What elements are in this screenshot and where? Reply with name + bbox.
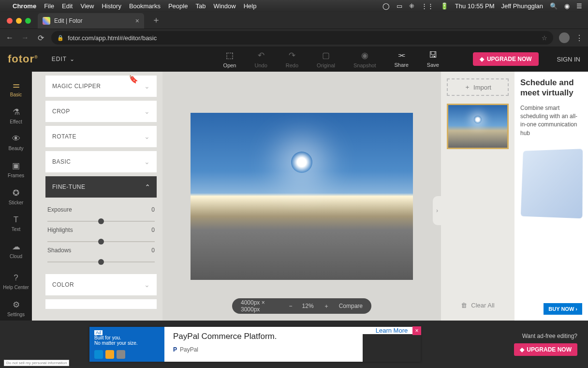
snapshot-icon: ◉ bbox=[361, 50, 368, 61]
learn-more-link[interactable]: Learn More bbox=[363, 327, 421, 334]
zoom-controls: 4000px × 3000px − 12% ＋ Compare bbox=[232, 298, 371, 314]
accordion-next[interactable] bbox=[45, 299, 157, 309]
expand-right-handle[interactable]: › bbox=[433, 196, 441, 225]
slider-thumb[interactable] bbox=[98, 259, 104, 265]
accordion-label: CROP bbox=[52, 108, 70, 115]
rail-help[interactable]: ?Help Center bbox=[0, 270, 32, 293]
bluetooth-icon[interactable]: ⁜ bbox=[409, 2, 414, 10]
slider-label: Highlights bbox=[47, 227, 73, 233]
undo-button[interactable]: ↶Undo bbox=[255, 50, 267, 68]
slider-thumb[interactable] bbox=[98, 239, 104, 245]
accordion-rotate[interactable]: ROTATE⌄ bbox=[45, 126, 157, 147]
zoom-in-button[interactable]: ＋ bbox=[323, 302, 329, 310]
mac-menubar: Chrome File Edit View History Bookmarks … bbox=[0, 0, 588, 12]
back-button[interactable]: ← bbox=[5, 33, 15, 42]
compare-button[interactable]: Compare bbox=[339, 303, 363, 309]
accordion-basic[interactable]: BASIC⌄ bbox=[45, 151, 157, 172]
rail-cloud[interactable]: ☁Cloud bbox=[0, 238, 32, 262]
rail-settings[interactable]: ⚙Settings bbox=[0, 296, 32, 321]
signin-link[interactable]: SIGN IN bbox=[557, 56, 580, 63]
accordion-crop[interactable]: CROP⌄ bbox=[45, 101, 157, 122]
clock[interactable]: Thu 10:55 PM bbox=[455, 2, 495, 10]
menu-edit[interactable]: Edit bbox=[62, 2, 73, 10]
slider-highlights[interactable] bbox=[47, 241, 155, 242]
close-window-button[interactable] bbox=[7, 18, 13, 24]
original-icon: ▢ bbox=[322, 50, 330, 61]
rail-basic[interactable]: ⚌Basic bbox=[0, 77, 32, 101]
save-button[interactable]: 🖫Save bbox=[427, 50, 439, 68]
save-icon: 🖫 bbox=[429, 50, 437, 60]
footer-upgrade-button[interactable]: ◆UPGRADE NOW bbox=[514, 343, 577, 356]
maximize-window-button[interactable] bbox=[25, 18, 31, 24]
text-icon: T bbox=[14, 215, 18, 225]
reload-button[interactable]: ⟳ bbox=[36, 33, 45, 43]
address-bar[interactable]: 🔒 fotor.com/app.html#/editor/basic ☆ bbox=[51, 31, 553, 45]
airplay-icon[interactable]: ▭ bbox=[397, 2, 402, 10]
menu-file[interactable]: File bbox=[44, 2, 54, 10]
user-name[interactable]: Jeff Phungglan bbox=[501, 2, 544, 10]
zoom-level: 12% bbox=[302, 303, 314, 309]
image-thumbnail[interactable] bbox=[447, 104, 509, 149]
original-button[interactable]: ▢Original bbox=[317, 50, 335, 68]
chevron-down-icon: ⌄ bbox=[144, 82, 150, 90]
cloud-icon[interactable]: ◯ bbox=[382, 2, 390, 10]
fotor-logo[interactable]: fotor® bbox=[8, 53, 38, 65]
browser-tab[interactable]: Edit | Fotor × bbox=[38, 13, 144, 29]
accordion-label: COLOR bbox=[52, 281, 74, 288]
slider-label: Exposure bbox=[47, 206, 72, 213]
menubar-app[interactable]: Chrome bbox=[13, 2, 36, 10]
slider-exposure[interactable] bbox=[47, 221, 155, 222]
forward-button[interactable]: → bbox=[20, 33, 30, 42]
wifi-icon[interactable]: ⋮⋮ bbox=[421, 2, 434, 10]
redo-button[interactable]: ↷Redo bbox=[286, 50, 298, 68]
spotlight-icon[interactable]: 🔍 bbox=[550, 2, 558, 10]
profile-avatar[interactable] bbox=[559, 32, 570, 43]
siri-icon[interactable]: ◉ bbox=[564, 2, 570, 10]
menu-tab[interactable]: Tab bbox=[195, 2, 206, 10]
accordion-color[interactable]: COLOR⌄ bbox=[45, 274, 157, 295]
open-button[interactable]: ⬚Open bbox=[223, 50, 236, 68]
footer-ad[interactable]: Ad Built for you. No matter your size. P… bbox=[89, 327, 421, 362]
menu-bookmarks[interactable]: Bookmarks bbox=[129, 2, 161, 10]
accordion-magic-clipper[interactable]: MAGIC CLIPPER 🔖 ⌄ bbox=[45, 76, 157, 97]
edit-dropdown[interactable]: EDIT⌄ bbox=[52, 56, 75, 62]
zoom-out-button[interactable]: − bbox=[289, 303, 293, 309]
rail-text[interactable]: TText bbox=[0, 212, 32, 235]
rail-sticker[interactable]: ✪Sticker bbox=[0, 184, 32, 209]
ad-image bbox=[521, 149, 583, 218]
slider-shadows[interactable] bbox=[47, 261, 155, 262]
battery-icon[interactable]: 🔋 bbox=[441, 2, 448, 10]
close-ad-button[interactable]: × bbox=[412, 326, 421, 335]
bookmark-icon[interactable]: ☆ bbox=[542, 34, 547, 42]
rail-beauty[interactable]: 👁Beauty bbox=[0, 131, 32, 154]
rail-effect[interactable]: ⚗Effect bbox=[0, 104, 32, 128]
close-tab-icon[interactable]: × bbox=[135, 17, 139, 25]
do-not-sell-link[interactable]: Do not sell my personal information bbox=[4, 360, 69, 366]
menu-history[interactable]: History bbox=[102, 2, 121, 10]
accordion-fine-tune[interactable]: FINE-TUNE⌄ bbox=[45, 176, 157, 198]
browser-menu-icon[interactable]: ⋮ bbox=[575, 33, 583, 43]
new-tab-button[interactable]: ＋ bbox=[144, 14, 161, 29]
menu-view[interactable]: View bbox=[80, 2, 94, 10]
clear-all-button[interactable]: 🗑Clear All bbox=[447, 297, 509, 314]
buy-now-button[interactable]: BUY NOW › bbox=[544, 303, 582, 315]
snapshot-button[interactable]: ◉Snapshot bbox=[353, 50, 376, 68]
slider-thumb[interactable] bbox=[98, 218, 104, 224]
help-icon: ? bbox=[14, 273, 18, 283]
import-button[interactable]: ＋Import bbox=[447, 78, 509, 96]
ad-brand: PayPal bbox=[180, 346, 198, 353]
chevron-down-icon: ⌄ bbox=[144, 281, 150, 289]
share-button[interactable]: ⫘Share bbox=[394, 50, 408, 68]
bookmark-icon: 🔖 bbox=[129, 75, 139, 84]
menu-window[interactable]: Window bbox=[213, 2, 235, 10]
menu-icon[interactable]: ☰ bbox=[576, 2, 582, 10]
upgrade-button[interactable]: ◆UPGRADE NOW bbox=[473, 52, 539, 66]
menu-people[interactable]: People bbox=[168, 2, 188, 10]
rail-frames[interactable]: ▣Frames bbox=[0, 157, 32, 182]
minimize-window-button[interactable] bbox=[16, 18, 22, 24]
ad-mid-panel: PayPal Commerce Platform. PPayPal bbox=[164, 327, 363, 362]
photo-preview[interactable] bbox=[191, 113, 413, 280]
menu-help[interactable]: Help bbox=[244, 2, 257, 10]
star-icon: ✪ bbox=[13, 188, 19, 198]
eye-icon: 👁 bbox=[12, 134, 20, 144]
